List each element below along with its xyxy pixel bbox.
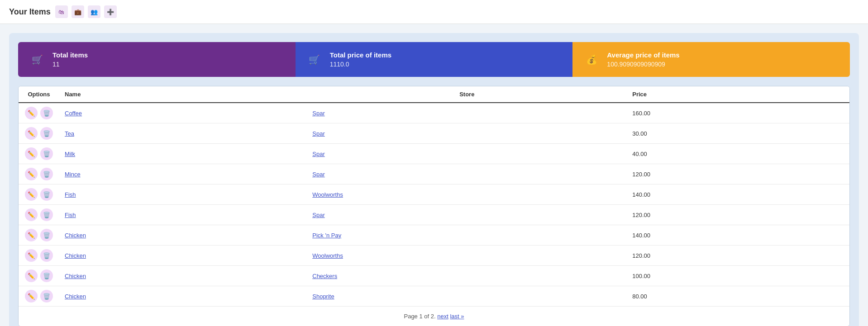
edit-button[interactable]: ✏️ — [25, 290, 38, 302]
store-name-link[interactable]: Woolworths — [312, 191, 343, 198]
pagination-text: Page 1 of 2. — [404, 313, 435, 320]
row-store: Woolworths — [307, 184, 627, 205]
row-price: 80.00 — [627, 286, 849, 307]
pagination-last[interactable]: last » — [450, 313, 464, 320]
row-price: 120.00 — [627, 205, 849, 225]
table-row: ✏️ 🗑️ Chicken Woolworths 120.00 — [19, 246, 849, 266]
row-store: Shoprite — [307, 286, 627, 307]
edit-button[interactable]: ✏️ — [25, 127, 38, 140]
people-icon[interactable]: 👥 — [88, 5, 100, 18]
row-store: Spar — [307, 205, 627, 225]
items-table-wrapper: Options Name Store Price ✏️ 🗑️ Coffee Sp… — [18, 86, 850, 326]
pagination-next[interactable]: next — [437, 313, 448, 320]
edit-button[interactable]: ✏️ — [25, 188, 38, 201]
delete-button[interactable]: 🗑️ — [40, 208, 53, 221]
cart-icon: 🛒 — [29, 52, 45, 68]
item-name-link[interactable]: Mince — [65, 171, 81, 178]
delete-button[interactable]: 🗑️ — [40, 168, 53, 180]
item-name-link[interactable]: Tea — [65, 130, 74, 137]
table-header-row: Options Name Store Price — [19, 86, 849, 103]
row-name: Mince — [59, 164, 307, 184]
store-name-link[interactable]: Woolworths — [312, 252, 343, 259]
row-name: Fish — [59, 205, 307, 225]
table-row: ✏️ 🗑️ Tea Spar 30.00 — [19, 123, 849, 144]
item-name-link[interactable]: Chicken — [65, 252, 86, 259]
stat-total-items: 🛒 Total items 11 — [18, 42, 296, 77]
store-name-link[interactable]: Spar — [312, 151, 324, 157]
col-price: Price — [627, 86, 849, 103]
row-name: Chicken — [59, 246, 307, 266]
store-name-link[interactable]: Spar — [312, 212, 324, 218]
edit-button[interactable]: ✏️ — [25, 168, 38, 180]
item-name-link[interactable]: Milk — [65, 151, 75, 157]
row-options: ✏️ 🗑️ — [19, 225, 59, 246]
col-store: Store — [307, 86, 627, 103]
row-store: Spar — [307, 123, 627, 144]
item-name-link[interactable]: Chicken — [65, 293, 86, 300]
delete-button[interactable]: 🗑️ — [40, 127, 53, 140]
row-name: Chicken — [59, 266, 307, 286]
total-items-label: Total items — [52, 51, 88, 59]
money-icon: 💰 — [583, 52, 600, 68]
row-options: ✏️ 🗑️ — [19, 123, 59, 144]
col-options: Options — [19, 86, 59, 103]
row-options: ✏️ 🗑️ — [19, 164, 59, 184]
store-name-link[interactable]: Spar — [312, 171, 324, 178]
item-name-link[interactable]: Fish — [65, 212, 76, 218]
row-name: Tea — [59, 123, 307, 144]
item-name-link[interactable]: Coffee — [65, 110, 82, 117]
table-row: ✏️ 🗑️ Chicken Checkers 100.00 — [19, 266, 849, 286]
row-options: ✏️ 🗑️ — [19, 184, 59, 205]
delete-button[interactable]: 🗑️ — [40, 249, 53, 262]
table-row: ✏️ 🗑️ Coffee Spar 160.00 — [19, 103, 849, 123]
row-name: Fish — [59, 184, 307, 205]
row-price: 100.00 — [627, 266, 849, 286]
store-name-link[interactable]: Spar — [312, 130, 324, 137]
price-cart-icon: 🛒 — [306, 52, 323, 68]
delete-button[interactable]: 🗑️ — [40, 229, 53, 241]
table-row: ✏️ 🗑️ Mince Spar 120.00 — [19, 164, 849, 184]
stats-row: 🛒 Total items 11 🛒 Total price of items … — [18, 42, 850, 77]
row-price: 120.00 — [627, 246, 849, 266]
store-name-link[interactable]: Pick 'n Pay — [312, 232, 341, 239]
page-header: Your Items 🛍 💼 👥 ➕ — [0, 0, 868, 24]
row-name: Coffee — [59, 103, 307, 123]
edit-button[interactable]: ✏️ — [25, 107, 38, 119]
add-icon[interactable]: ➕ — [104, 5, 117, 18]
item-name-link[interactable]: Fish — [65, 191, 76, 198]
row-price: 30.00 — [627, 123, 849, 144]
briefcase-icon[interactable]: 💼 — [72, 5, 84, 18]
delete-button[interactable]: 🗑️ — [40, 147, 53, 160]
header-icon-group: 🛍 💼 👥 ➕ — [55, 5, 117, 18]
table-row: ✏️ 🗑️ Fish Woolworths 140.00 — [19, 184, 849, 205]
edit-button[interactable]: ✏️ — [25, 249, 38, 262]
row-options: ✏️ 🗑️ — [19, 246, 59, 266]
row-store: Checkers — [307, 266, 627, 286]
edit-button[interactable]: ✏️ — [25, 147, 38, 160]
table-row: ✏️ 🗑️ Milk Spar 40.00 — [19, 144, 849, 164]
delete-button[interactable]: 🗑️ — [40, 290, 53, 302]
row-price: 140.00 — [627, 184, 849, 205]
item-name-link[interactable]: Chicken — [65, 273, 86, 279]
page-title: Your Items — [9, 7, 51, 17]
row-options: ✏️ 🗑️ — [19, 286, 59, 307]
edit-button[interactable]: ✏️ — [25, 208, 38, 221]
shopping-bag-icon[interactable]: 🛍 — [55, 5, 68, 18]
row-name: Chicken — [59, 286, 307, 307]
row-store: Spar — [307, 144, 627, 164]
pagination: Page 1 of 2. next last » — [19, 306, 849, 326]
row-price: 140.00 — [627, 225, 849, 246]
row-name: Milk — [59, 144, 307, 164]
avg-price-value: 100.9090909090909 — [607, 61, 679, 68]
delete-button[interactable]: 🗑️ — [40, 107, 53, 119]
edit-button[interactable]: ✏️ — [25, 229, 38, 241]
table-row: ✏️ 🗑️ Chicken Pick 'n Pay 140.00 — [19, 225, 849, 246]
delete-button[interactable]: 🗑️ — [40, 188, 53, 201]
store-name-link[interactable]: Spar — [312, 110, 324, 117]
store-name-link[interactable]: Shoprite — [312, 293, 334, 300]
edit-button[interactable]: ✏️ — [25, 269, 38, 282]
col-name: Name — [59, 86, 307, 103]
store-name-link[interactable]: Checkers — [312, 273, 337, 279]
item-name-link[interactable]: Chicken — [65, 232, 86, 239]
delete-button[interactable]: 🗑️ — [40, 269, 53, 282]
